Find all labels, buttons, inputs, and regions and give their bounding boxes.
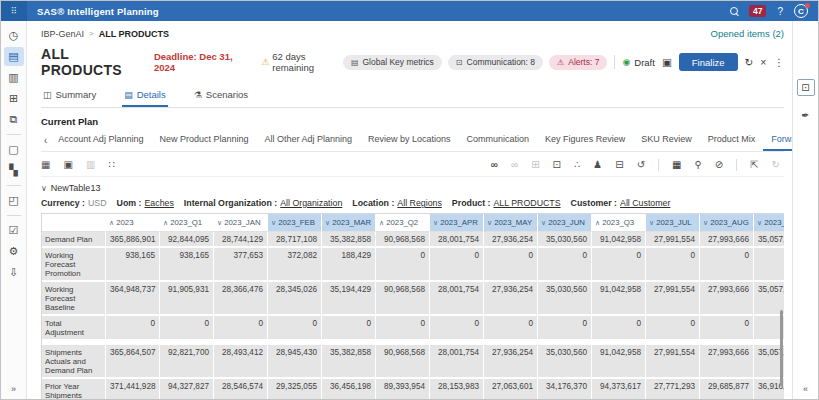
filter-value[interactable]: All Regions [397,198,442,208]
table-cell[interactable]: 0 [646,316,700,341]
sidebar-item-copy-objects copy-icon[interactable]: ⧉ [4,110,24,129]
opened-items-link[interactable]: Opened items (2) [711,28,784,39]
table-cell[interactable]: 0 [484,316,538,341]
table-cell[interactable]: 90,968,568 [376,232,430,248]
refresh-icon[interactable]: ↻ [745,56,754,68]
table-cell[interactable]: 29,325,055 [268,379,322,399]
table-cell[interactable]: 91,905,931 [160,282,214,316]
table-cell[interactable]: 29,685,877 [700,379,754,399]
table-cell[interactable]: 28,001,754 [430,282,484,316]
tab-summary[interactable]: ◫Summary [41,86,98,107]
filter-value[interactable]: ALL PRODUCTS [493,198,560,208]
column-header-2023_may[interactable]: ∨2023_MAY [484,214,538,232]
table-cell[interactable]: 27,936,254 [484,232,538,248]
table-cell[interactable]: 188,429 [322,248,376,282]
add-comment-icon[interactable]: ⊡ [553,160,561,170]
table-cell[interactable]: 938,165 [106,248,160,282]
column-header-2023_jan[interactable]: ∨2023_JAN [214,214,268,232]
grid-options-icon[interactable]: ∷ [108,160,114,170]
column-header-2023_mar[interactable]: ∨2023_MAR [322,214,376,232]
filter-value[interactable]: Eaches [145,198,174,208]
finalize-button[interactable]: Finalize [679,53,738,71]
table-cell[interactable]: 27,993,666 [700,232,754,248]
table-cell[interactable]: 35,030,560 [538,341,592,379]
table-cell[interactable]: 35,030,560 [538,232,592,248]
table-cell[interactable]: 89,393,954 [376,379,430,399]
column-header-2023_q3[interactable]: ∧2023_Q3 [592,214,646,232]
table-cell[interactable]: 938,165 [160,248,214,282]
subtab-key-figures-review[interactable]: Key Figures Review [537,130,633,151]
help-icon[interactable]: ? [777,6,783,17]
table-cell[interactable]: 27,991,554 [646,341,700,379]
tab-details[interactable]: ▤Details [122,86,168,107]
table-cell[interactable]: 0 [592,316,646,341]
table-cell[interactable]: 0 [430,248,484,282]
column-header-2023_sep[interactable]: ∨2023_SEP [754,214,784,232]
table-cell[interactable]: 27,063,601 [484,379,538,399]
sidebar-expand-icon[interactable]: » [11,384,16,394]
export-icon[interactable]: ⇱ [750,160,758,170]
table-cell[interactable]: 34,176,370 [538,379,592,399]
sidebar-item-downloads download-icon[interactable]: ⇩ [4,263,24,282]
subtab-account-adj-planning[interactable]: Account Adj Planning [50,130,151,151]
table-cell[interactable]: 0 [160,316,214,341]
table-cell[interactable]: 28,546,574 [214,379,268,399]
clear-filters-icon[interactable]: ⊘ [715,160,723,170]
table-cell[interactable]: 0 [430,316,484,341]
manage-links-icon[interactable]: ∞ [491,160,498,170]
column-header-2023_jun[interactable]: ∨2023_JUN [538,214,592,232]
table-cell[interactable]: 377,653 [214,248,268,282]
table-cell[interactable]: 28,366,476 [214,282,268,316]
sidebar-item-new-page page-icon[interactable]: ▢ [4,140,24,159]
attachments-icon[interactable]: ⚲ [695,160,702,170]
table-cell[interactable]: 28,744,129 [214,232,268,248]
subtab-product-mix[interactable]: Product Mix [700,130,764,151]
table-cell[interactable]: 90,968,568 [376,282,430,316]
subtab-review-by-locations[interactable]: Review by Locations [360,130,459,151]
table-cell[interactable]: 0 [538,316,592,341]
subtab-forward-year-planning[interactable]: Forward Year Planning [763,130,792,151]
table-cell[interactable]: 365,886,901 [106,232,160,248]
subtab-all-other-adj-planning[interactable]: All Other Adj Planning [256,130,360,151]
table-cell[interactable]: 28,153,983 [430,379,484,399]
table-cell[interactable]: 0 [700,316,754,341]
table-collapse-icon[interactable]: ∨ [41,184,47,193]
sidebar-item-plans plan-icon[interactable]: ▤ [4,47,24,66]
table-cell[interactable]: 0 [484,248,538,282]
save-icon[interactable]: ▣ [662,56,672,68]
table-cell[interactable]: 94,327,827 [160,379,214,399]
user-avatar[interactable]: C [794,4,808,18]
table-cell[interactable]: 0 [538,248,592,282]
filter-value[interactable]: All Organization [280,198,342,208]
vertical-scrollbar[interactable] [780,310,783,386]
sidebar-item-documents doc-icon[interactable]: ▥ [4,68,24,87]
table-cell[interactable]: 0 [376,248,430,282]
sidebar-item-recents history-icon[interactable]: ◷ [4,26,24,45]
breadcrumb-parent[interactable]: IBP-GenAI [41,29,84,39]
table-cell[interactable]: 35,382,858 [322,341,376,379]
sidebar-item-approvals check-icon[interactable]: ☑ [4,221,24,240]
filter-value[interactable]: All Customer [620,198,670,208]
table-cell[interactable]: 0 [268,316,322,341]
table-cell[interactable] [754,248,784,282]
column-header-2023[interactable]: ∧2023 [106,214,160,232]
sidebar-item-analytics chart-icon[interactable]: ▚ [4,161,24,180]
table-cell[interactable]: 91,042,958 [592,341,646,379]
sidebar-item-table-settings gear-icon[interactable]: ⚙ [4,242,24,261]
table-cell[interactable]: 28,493,412 [214,341,268,379]
table-cell[interactable]: 92,821,700 [160,341,214,379]
kebab-menu-icon[interactable]: ⋮ [774,56,785,68]
pill-global-key-metrics[interactable]: ▤Global Key metrics [343,55,442,70]
column-header-2023_q1[interactable]: ∧2023_Q1 [160,214,214,232]
table-cell[interactable]: 91,042,958 [592,232,646,248]
table-cell[interactable]: 28,345,026 [268,282,322,316]
table-cell[interactable]: 365,864,507 [106,341,160,379]
table-cell[interactable]: 0 [322,316,376,341]
table-cell[interactable]: 371,441,928 [106,379,160,399]
table-cell[interactable]: 28,717,108 [268,232,322,248]
table-cell[interactable]: 27,993,666 [700,341,754,379]
table-cell[interactable]: 27,991,554 [646,282,700,316]
pill-communication[interactable]: ⊡Communication: 8 [448,55,543,70]
table-cell[interactable]: 91,042,958 [592,282,646,316]
sidebar-item-search-folder folder-icon[interactable]: ◰ [4,191,24,210]
